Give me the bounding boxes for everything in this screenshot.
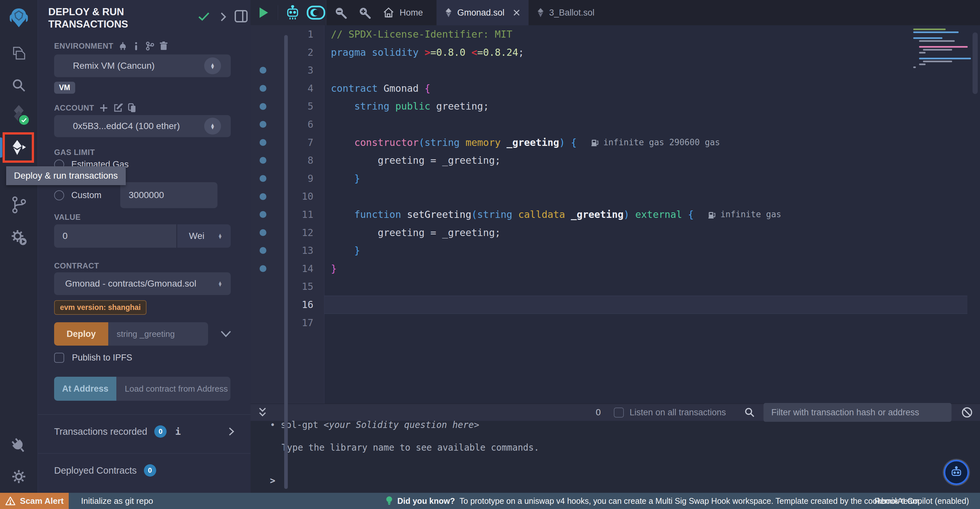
code-line[interactable]: 14} <box>250 260 980 278</box>
minimap[interactable] <box>913 29 968 71</box>
account-add-icon[interactable] <box>100 104 108 112</box>
icon-rail <box>0 0 38 509</box>
plugin-connect-icon[interactable] <box>0 437 38 455</box>
remix-logo-icon[interactable] <box>0 7 38 30</box>
gutter-dot-cell <box>250 187 275 206</box>
gutter-dot-icon <box>259 193 266 200</box>
code-line[interactable]: 3 <box>250 61 980 80</box>
ai-assistant-button[interactable] <box>944 460 969 485</box>
scam-alert-button[interactable]: Scam Alert <box>0 493 69 509</box>
tx-info-icon[interactable]: i <box>175 426 180 437</box>
env-fork-icon[interactable] <box>119 42 127 50</box>
zoom-out-icon[interactable] <box>334 6 347 19</box>
terminal-collapse-icon[interactable] <box>258 407 267 418</box>
git-icon[interactable] <box>0 196 38 214</box>
code-line[interactable]: 11 function setGreeting(string calldata … <box>250 206 980 224</box>
value-unit-select[interactable]: Wei ▲▼ <box>177 224 231 248</box>
deploy-param-box[interactable] <box>108 322 208 346</box>
env-info-icon[interactable] <box>132 42 140 50</box>
tx-expand-icon[interactable] <box>229 427 234 436</box>
checkbox-icon[interactable] <box>54 353 64 363</box>
tab-gmonad[interactable]: Gmonad.sol <box>436 0 528 25</box>
gas-custom-input[interactable] <box>120 190 218 200</box>
deploy-param-input[interactable] <box>108 329 208 339</box>
env-fork-state-icon[interactable] <box>145 41 154 51</box>
terminal-line: Type the library name to see available c… <box>250 438 980 456</box>
account-copy-icon[interactable] <box>128 103 137 113</box>
deploy-expand-icon[interactable] <box>220 330 231 338</box>
panel-pin-icon[interactable] <box>234 10 248 23</box>
gas-custom-option[interactable]: Custom <box>54 182 218 208</box>
run-script-icon[interactable] <box>259 7 269 19</box>
radio-icon[interactable] <box>54 190 64 200</box>
code-line[interactable]: 8 greeting = _greeting; <box>250 152 980 169</box>
at-address-input[interactable] <box>116 384 231 394</box>
gutter-dot-icon <box>259 139 266 146</box>
panel-expand-icon[interactable] <box>220 12 226 22</box>
deploy-run-icon[interactable] <box>3 132 34 163</box>
listen-checkbox[interactable] <box>614 407 624 418</box>
value-input[interactable] <box>54 231 176 241</box>
tab-close-icon[interactable] <box>513 9 520 16</box>
code-line[interactable]: 6 <box>250 115 980 134</box>
toolbar-separator <box>278 5 278 20</box>
code-line[interactable]: 2pragma solidity >=0.8.0 <=0.8.24; <box>250 43 980 62</box>
gutter-dot-cell <box>250 97 275 115</box>
ai-robot-icon[interactable] <box>286 5 299 20</box>
code-line[interactable]: 5 string public greeting; <box>250 97 980 115</box>
zoom-in-icon[interactable] <box>358 6 371 19</box>
code-line[interactable]: 15 <box>250 278 980 296</box>
code-line[interactable]: 7 constructor(string memory _greeting) {… <box>250 134 980 152</box>
gas-estimate-annotation: infinite gas <box>708 206 781 224</box>
deploy-button[interactable]: Deploy <box>54 322 108 346</box>
terminal-output[interactable]: • sol-gpt <your Solidity question here> … <box>250 421 980 493</box>
line-number: 9 <box>275 169 325 188</box>
code-line[interactable]: 4contract Gmonad { <box>250 80 980 97</box>
evm-version-badge: evm version: shanghai <box>54 300 146 315</box>
copilot-status[interactable]: RemixAI Copilot (enabled) <box>874 496 969 506</box>
file-explorer-icon[interactable] <box>0 45 38 62</box>
gutter-dot-cell <box>250 25 275 43</box>
terminal-search-icon[interactable] <box>744 407 755 418</box>
search-icon[interactable] <box>0 77 38 93</box>
line-number: 13 <box>275 241 325 260</box>
filter-input[interactable] <box>764 407 951 418</box>
gutter-dot-cell <box>250 152 275 169</box>
panel-scrollbar[interactable] <box>284 35 288 489</box>
contract-select[interactable]: Gmonad - contracts/Gmonad.sol ▲▼ <box>54 272 231 295</box>
at-address-button[interactable]: At Address <box>54 377 116 401</box>
value-input-box[interactable] <box>54 224 176 248</box>
line-number: 1 <box>275 25 325 43</box>
gas-custom-input-box[interactable] <box>120 182 218 208</box>
filter-input-box[interactable] <box>764 403 951 422</box>
settings-icon[interactable] <box>0 468 38 485</box>
code-line[interactable]: 10 <box>250 187 980 206</box>
account-edit-icon[interactable] <box>113 103 123 113</box>
ai-copilot-toggle-icon[interactable] <box>307 5 325 20</box>
panel-title: DEPLOY & RUN TRANSACTIONS <box>48 6 178 30</box>
git-init-button[interactable]: Initialize as git repo <box>81 496 153 506</box>
code-line[interactable]: 16 <box>250 296 980 314</box>
terminal-prompt[interactable]: > <box>250 471 980 490</box>
code-line[interactable]: 9 } <box>250 169 980 188</box>
tab-home[interactable]: Home <box>381 0 436 25</box>
block-icon[interactable] <box>961 407 973 418</box>
line-number: 12 <box>275 224 325 242</box>
environment-select[interactable]: Remix VM (Cancun) ▲▼ <box>54 54 231 77</box>
code-line[interactable]: 12 greeting = _greeting; <box>250 224 980 242</box>
code-line[interactable]: 1// SPDX-License-Identifier: MIT <box>250 25 980 43</box>
plugin-manager-icon[interactable] <box>0 228 38 246</box>
code-editor[interactable]: 1// SPDX-License-Identifier: MIT2pragma … <box>250 25 980 332</box>
terminal: 0 Listen on all transactions • sol-gpt <… <box>250 404 980 493</box>
account-select[interactable]: 0x5B3...eddC4 (100 ether) ▲▼ <box>54 115 231 137</box>
code-line[interactable]: 17 <box>250 314 980 332</box>
deployed-contracts-row[interactable]: Deployed Contracts 0 <box>54 464 156 477</box>
code-line[interactable]: 13 } <box>250 241 980 260</box>
env-delete-icon[interactable] <box>159 41 168 51</box>
gutter-dot-cell <box>250 296 275 314</box>
transactions-recorded-row[interactable]: Transactions recorded 0 i <box>54 425 234 438</box>
publish-ipfs-option[interactable]: Publish to IPFS <box>54 353 132 363</box>
editor-scrollbar[interactable] <box>972 32 978 94</box>
tab-ballot[interactable]: 3_Ballot.sol <box>528 0 603 25</box>
at-address-input-box[interactable] <box>116 377 231 401</box>
